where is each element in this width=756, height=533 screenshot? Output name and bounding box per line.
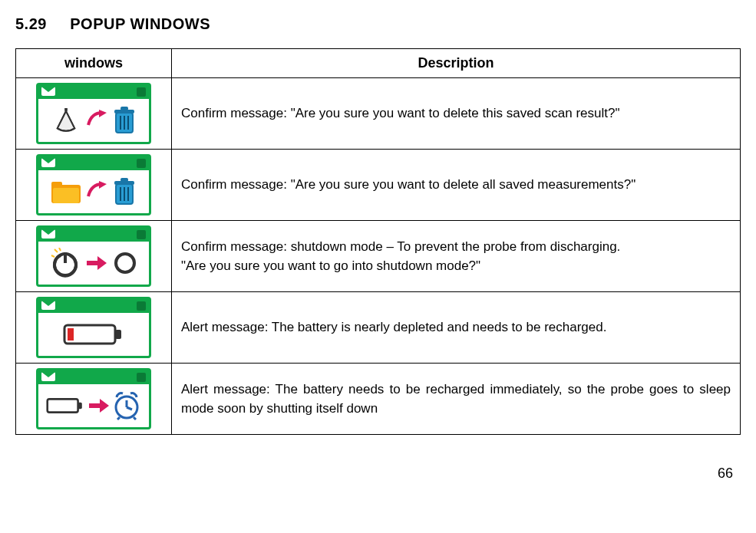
chip-icon [137,301,146,311]
svg-rect-23 [78,403,82,410]
desc-delete-all: Confirm message: "Are you sure you want … [172,150,741,221]
table-row: Alert message: The battery needs to be r… [16,364,741,435]
table-row: Confirm message: "Are you sure you want … [16,150,741,221]
popup-delete-scan [36,83,151,144]
svg-rect-21 [68,328,74,341]
popup-delete-all [36,154,151,216]
section-number: 5.29 [15,15,47,32]
arrow-icon [87,181,107,202]
trash-icon [113,107,136,134]
page-number: 66 [15,466,741,482]
battery-low-icon [63,321,124,348]
header-description: Description [172,49,741,78]
arrow-icon [89,399,109,413]
section-heading: POPUP WINDOWS [70,15,210,32]
arrow-icon [87,256,107,270]
table-row: Confirm message: shutdown mode – To prev… [16,221,741,292]
svg-line-14 [59,248,61,251]
popup-shutdown [36,225,151,287]
battery-empty-icon [46,395,86,416]
desc-battery-low: Alert message: The battery is nearly dep… [172,292,741,364]
window-cell [16,78,172,150]
scan-icon [51,108,81,133]
circle-icon [113,251,137,275]
chip-icon [137,230,146,239]
svg-rect-22 [48,399,78,412]
svg-point-18 [116,254,134,272]
chip-icon [137,373,146,382]
svg-line-27 [127,407,132,410]
desc-shutdown: Confirm message: shutdown mode – To prev… [172,221,741,292]
window-cell [16,150,172,221]
popup-battery-sleep [36,368,151,429]
window-cell [16,292,172,364]
svg-rect-17 [87,261,97,265]
mail-icon [41,158,55,167]
popup-battery-low [36,297,151,358]
header-windows: windows [16,49,172,78]
arrow-icon [87,110,107,131]
mail-icon [41,301,55,310]
table-row: Confirm message: "Are you sure you want … [16,78,741,150]
svg-line-13 [51,255,54,257]
svg-rect-24 [89,403,100,408]
svg-rect-8 [120,178,128,182]
svg-rect-20 [115,330,121,339]
chip-icon [137,159,146,168]
svg-line-28 [117,417,120,419]
desc-battery-sleep: Alert message: The battery needs to be r… [172,364,741,435]
svg-line-12 [54,249,58,252]
clock-icon [112,391,141,420]
desc-delete-scan: Confirm message: "Are you sure you want … [172,78,741,150]
window-cell [16,221,172,292]
folder-icon [51,180,81,203]
window-cell [16,364,172,435]
table-row: Alert message: The battery is nearly dep… [16,292,741,364]
svg-line-29 [134,417,136,419]
popup-windows-table: windows Description [15,48,741,435]
section-title: 5.29 POPUP WINDOWS [15,15,741,33]
trash-icon [113,178,136,206]
chip-icon [137,87,146,97]
power-icon [50,248,81,278]
mail-icon [41,87,55,96]
mail-icon [41,372,55,381]
mail-icon [41,229,55,239]
svg-rect-2 [120,107,128,110]
